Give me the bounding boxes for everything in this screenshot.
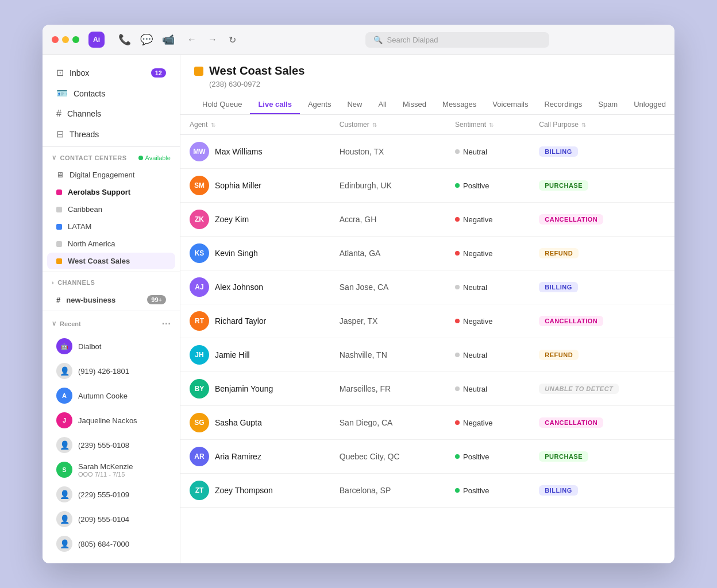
table-row[interactable]: ZK Zoey Kim Accra, GH Negative CANCELLAT… [180,203,674,237]
tab-bar: Hold Queue Live calls Agents New All Mis… [194,95,661,114]
sentiment-label: Negative [463,419,492,427]
agent-name: Zoey Thompson [215,486,273,495]
tab-unlogged[interactable]: Unlogged [626,95,674,114]
table-row[interactable]: RT Richard Taylor Jasper, TX Negative CA… [180,304,674,338]
recent-item-label: Sarah McKenzie [78,462,133,471]
recent-item-label: (805) 684-7000 [78,540,129,548]
recent-item-autumn-cooke[interactable]: A Autumn Cooke [47,384,175,408]
recent-item-phone-1[interactable]: 👤 (919) 426-1801 [47,359,175,383]
back-button[interactable]: ← [184,32,200,47]
channels-toggle[interactable]: › Channels [52,279,95,286]
recent-item-jaqueline-nackos[interactable]: J Jaqueline Nackos [47,408,175,432]
col-call-purpose[interactable]: Call Purpose ⇅ [530,115,674,135]
table-row[interactable]: AR Aria Ramirez Quebec City, QC Positive… [180,440,674,474]
sentiment-cell: Neutral [446,270,530,304]
contacts-icon: 🪪 [56,88,68,99]
tab-agents[interactable]: Agents [300,95,339,114]
threads-icon: ⊟ [56,129,64,140]
agent-name: Richard Taylor [215,316,266,326]
purpose-badge: PURCHASE [539,451,588,462]
recent-item-phone-4[interactable]: 👤 (209) 555-0104 [47,507,175,531]
agent-name: Max Williams [215,147,262,156]
phone-icon[interactable]: 📞 [118,33,131,46]
inbox-icon: ⊡ [56,67,64,78]
cc-item-caribbean[interactable]: Caribbean [47,201,175,218]
sarah-avatar: S [56,462,72,478]
tab-hold-queue[interactable]: Hold Queue [194,95,250,114]
table-row[interactable]: BY Benjamin Young Marseilles, FR Neutral… [180,372,674,406]
forward-button[interactable]: → [205,32,221,47]
minimize-button[interactable] [62,36,69,43]
table-row[interactable]: ZT Zoey Thompson Barcelona, SP Positive … [180,474,674,508]
cc-label: Aerolabs Support [68,188,130,196]
sidebar: ⊡ Inbox 12 🪪 Contacts # Channels ⊟ Threa… [43,55,180,563]
purpose-cell: BILLING [530,270,674,304]
recent-item-label: (229) 555-0109 [78,490,129,499]
tab-voicemails[interactable]: Voicemails [484,95,536,114]
video-icon[interactable]: 📹 [162,33,175,46]
sentiment-dot [455,319,460,323]
cc-item-aerolabs-support[interactable]: Aerolabs Support [47,184,175,200]
cc-item-north-america[interactable]: North America [47,235,175,252]
table-row[interactable]: KS Kevin Singh Atlanta, GA Negative REFU… [180,237,674,270]
recent-item-label: Autumn Cooke [78,392,128,400]
sentiment-dot [455,420,460,425]
agent-name: Kevin Singh [215,249,258,258]
tab-live-calls[interactable]: Live calls [250,95,300,114]
col-agent[interactable]: Agent ⇅ [180,115,330,135]
cc-item-west-coast-sales[interactable]: West Coast Sales [47,253,175,269]
recent-item-phone-3[interactable]: 👤 (229) 555-0109 [47,482,175,506]
contact-centers-toggle[interactable]: ∨ Contact centers [52,154,127,161]
tab-new[interactable]: New [339,95,370,114]
purpose-badge: CANCELLATION [539,417,603,428]
cc-item-digital-engagement[interactable]: 🖥 Digital Engagement [47,167,175,183]
channels-icon: # [56,109,61,119]
refresh-button[interactable]: ↻ [225,32,240,48]
search-bar[interactable]: 🔍 Search Dialpad [365,32,549,48]
phone-avatar-5: 👤 [56,536,72,552]
page-title: West Coast Sales [209,64,304,78]
maximize-button[interactable] [72,36,79,43]
purpose-cell: CANCELLATION [530,203,674,237]
recent-item-phone-5[interactable]: 👤 (805) 684-7000 [47,532,175,556]
cc-item-latam[interactable]: LATAM [47,218,175,235]
recent-item-info: Sarah McKenzie OOO 7/11 - 7/15 [78,462,133,478]
recent-item-sarah-mckenzie[interactable]: S Sarah McKenzie OOO 7/11 - 7/15 [47,458,175,482]
sidebar-item-channels[interactable]: # Channels [47,104,175,123]
sentiment-cell: Negative [446,304,530,338]
customer-cell: Quebec City, QC [330,440,446,474]
close-button[interactable] [52,36,59,43]
agent-cell: MW Max Williams [180,135,330,169]
tab-missed[interactable]: Missed [395,95,434,114]
sidebar-item-threads[interactable]: ⊟ Threads [47,124,175,144]
table-row[interactable]: SM Sophia Miller Edinburgh, UK Positive … [180,169,674,203]
tab-messages[interactable]: Messages [434,95,484,114]
recent-toggle[interactable]: ∨ Recent [52,320,81,327]
agent-cell: KS Kevin Singh [180,237,330,270]
col-sentiment[interactable]: Sentiment ⇅ [446,115,530,135]
table-row[interactable]: MW Max Williams Houston, TX Neutral BILL… [180,135,674,169]
purpose-badge: CANCELLATION [539,316,603,326]
recent-item-label: (239) 555-0108 [78,441,129,450]
sort-icon-agent: ⇅ [211,122,215,128]
app-logo: Ai [88,32,105,48]
col-customer[interactable]: Customer ⇅ [330,115,446,135]
tab-recordings[interactable]: Recordings [536,95,590,114]
tab-all[interactable]: All [370,95,394,114]
recent-item-dialbot[interactable]: 🤖 Dialbot [47,334,175,358]
purpose-badge: CANCELLATION [539,214,603,225]
recent-item-phone-2[interactable]: 👤 (239) 555-0108 [47,433,175,457]
tab-spam[interactable]: Spam [590,95,626,114]
chat-icon[interactable]: 💬 [140,33,153,46]
table-row[interactable]: SG Sasha Gupta San Diego, CA Negative CA… [180,406,674,440]
sidebar-item-inbox[interactable]: ⊡ Inbox 12 [47,63,175,83]
agent-cell: AR Aria Ramirez [180,440,330,474]
channel-item-new-business[interactable]: # new-business 99+ [47,291,175,308]
table-row[interactable]: JH Jamie Hill Nashville, TN Neutral REFU… [180,338,674,372]
channels-section-header: › Channels [43,274,180,291]
recent-item-label: Dialbot [78,342,101,351]
sidebar-item-contacts[interactable]: 🪪 Contacts [47,83,175,103]
recent-more-button[interactable]: ⋯ [161,318,171,329]
table-row[interactable]: AJ Alex Johnson San Jose, CA Neutral BIL… [180,270,674,304]
customer-cell: Marseilles, FR [330,372,446,406]
